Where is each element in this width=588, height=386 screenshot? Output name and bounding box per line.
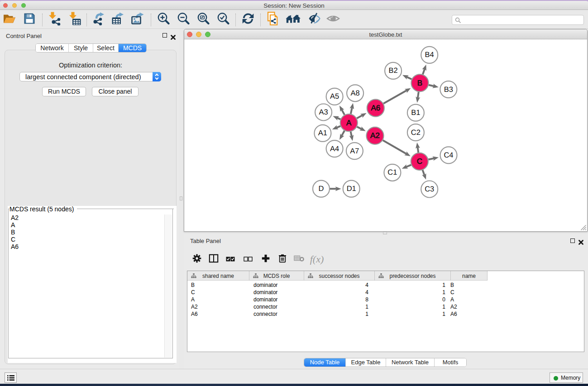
show-all-networks-icon[interactable] [285, 13, 301, 26]
graph-edge-B-B2[interactable] [406, 77, 411, 79]
table-cell: C [450, 289, 454, 295]
close-panel-icon[interactable] [171, 33, 176, 38]
column-settings-gear-icon[interactable] [192, 254, 201, 265]
import-network-icon[interactable] [48, 12, 61, 28]
float-table-panel-icon[interactable] [570, 238, 575, 243]
graph-edge-B-B4[interactable] [423, 69, 425, 74]
toggle-panes-icon[interactable] [209, 254, 219, 264]
table-header: shared nameMCDS rolesuccessor nodesprede… [187, 271, 488, 281]
network-graph-canvas[interactable]: B4B2BB3A5A8A6B1A3AA1C2A2A4A7C4CC1C3DD1 [184, 39, 587, 232]
graph-edge-C-C3[interactable] [423, 170, 425, 176]
zoom-out-icon[interactable] [177, 12, 190, 27]
table-row[interactable]: A6connector11A6 [187, 310, 488, 318]
table-row[interactable]: Bdominator41B [187, 281, 488, 289]
resize-grip-icon[interactable] [580, 224, 586, 230]
export-network-icon[interactable] [93, 12, 106, 27]
graph-node-label-B2: B2 [389, 67, 398, 75]
network-window-titlebar[interactable]: testGlobe.txt [184, 29, 587, 39]
graph-edge-A-A7[interactable] [351, 132, 352, 137]
graph-edge-A-A1[interactable] [336, 126, 340, 128]
result-scrollbar[interactable] [164, 214, 172, 357]
hierarchy-icon [308, 273, 313, 278]
toolbar-separator [260, 14, 261, 26]
result-item[interactable]: B [11, 229, 19, 236]
export-image-icon[interactable] [131, 12, 144, 27]
task-list-icon [7, 375, 14, 381]
delete-table-icon[interactable] [294, 255, 305, 264]
table-row[interactable]: Adominator80A [187, 296, 488, 303]
result-item[interactable]: A [11, 221, 19, 229]
mcds-result-list[interactable]: A2ABCA6 [11, 214, 19, 250]
select-all-icon[interactable] [226, 255, 235, 263]
graph-edge-C-C2[interactable] [418, 147, 419, 152]
tab-network[interactable]: Network [36, 44, 69, 52]
show-selected-icon[interactable] [326, 13, 340, 26]
tab-node-table[interactable]: Node Table [304, 358, 346, 367]
graph-edge-B-B3[interactable] [429, 85, 434, 86]
open-file-icon[interactable] [3, 13, 16, 26]
close-table-panel-icon[interactable] [578, 238, 583, 243]
graph-edge-C-C1[interactable] [406, 165, 411, 167]
run-mcds-button[interactable]: Run MCDS [42, 87, 86, 96]
column-header-shared-name[interactable]: shared name [187, 271, 249, 281]
save-session-icon[interactable] [24, 13, 35, 26]
network-view-window: testGlobe.txt B4B2BB3A5A8A6B1A3AA1C2A2A4… [184, 29, 588, 232]
column-header-name[interactable]: name [451, 271, 488, 281]
graph-edge-A6-B[interactable] [383, 91, 407, 104]
tab-select[interactable]: Select [93, 44, 119, 52]
import-table-icon[interactable] [68, 12, 81, 28]
float-panel-icon[interactable] [163, 33, 167, 38]
export-table-icon[interactable] [111, 12, 124, 27]
table-cell: 1 [375, 289, 445, 295]
graph-node-label-C3: C3 [425, 185, 434, 193]
memory-button[interactable]: Memory [550, 372, 583, 383]
refresh-icon[interactable] [242, 13, 254, 27]
column-header-MCDS-role[interactable]: MCDS role [249, 271, 304, 281]
result-item[interactable]: A6 [11, 243, 19, 250]
graph-edge-A-A4[interactable] [342, 131, 344, 136]
search-box[interactable] [452, 15, 584, 25]
open-session-from-cloud-icon[interactable] [267, 12, 279, 28]
graph-node-label-A8: A8 [351, 89, 360, 97]
result-item[interactable]: C [11, 236, 19, 243]
column-header-successor-nodes[interactable]: successor nodes [304, 271, 375, 281]
deselect-all-icon[interactable] [244, 255, 253, 263]
tab-edge-table[interactable]: Edge Table [346, 358, 386, 367]
graph-edge-A-A8[interactable] [351, 108, 352, 114]
search-input[interactable] [462, 16, 580, 24]
table-cell: 1 [375, 304, 445, 310]
graph-edge-A-A2[interactable] [357, 127, 362, 129]
close-panel-button[interactable]: Close panel [92, 87, 139, 96]
graph-edge-A-A6[interactable] [357, 115, 363, 119]
graph-edge-C-C4[interactable] [428, 158, 434, 160]
graph-node-label-A: A [346, 119, 352, 127]
graph-edge-A2-C[interactable] [383, 140, 406, 154]
table-cell: dominator [253, 289, 277, 295]
table-tabs: Node TableEdge TableNetwork TableMotifs [304, 358, 467, 367]
zoom-fit-icon[interactable] [197, 12, 210, 27]
graph-node-label-B4: B4 [425, 51, 434, 59]
graph-edge-A-A3[interactable] [337, 118, 341, 119]
column-header-predecessor-nodes[interactable]: predecessor nodes [375, 271, 451, 281]
result-item[interactable]: A2 [11, 214, 19, 221]
tab-mcds[interactable]: MCDS [119, 44, 146, 52]
delete-row-trash-icon[interactable] [279, 254, 287, 264]
graph-node-label-A1: A1 [318, 129, 327, 137]
graph-edge-B-B1[interactable] [418, 92, 419, 98]
hide-selected-icon[interactable] [307, 13, 321, 26]
graph-node-label-A4: A4 [330, 145, 339, 153]
tab-motifs[interactable]: Motifs [435, 358, 466, 367]
function-builder-icon[interactable]: f(x) [310, 253, 324, 265]
table-row[interactable]: Cdominator41C [187, 289, 488, 296]
zoom-selected-icon[interactable] [217, 12, 229, 27]
table-panel: Table Panel [184, 234, 588, 369]
task-history-button[interactable] [5, 372, 17, 383]
add-row-plus-icon[interactable] [262, 254, 270, 264]
tab-network-table[interactable]: Network Table [386, 358, 435, 367]
optimization-criterion-select[interactable]: largest connected component (directed) [19, 72, 161, 81]
tab-style[interactable]: Style [69, 44, 93, 52]
graph-edge-A-A5[interactable] [342, 110, 344, 115]
splitter-handle[interactable] [180, 196, 182, 200]
table-row[interactable]: A2connector11A2 [187, 303, 488, 310]
zoom-in-icon[interactable] [157, 12, 170, 27]
